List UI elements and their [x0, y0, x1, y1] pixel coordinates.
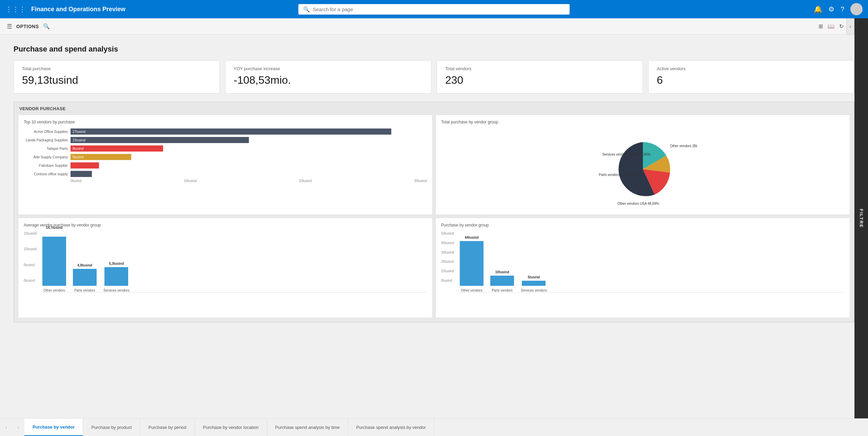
vbar-value: 14,7tusind [46, 226, 62, 230]
pie-chart-title: Total purchase by vendor group [441, 120, 844, 124]
bar-label: Fabrikam Supplier [24, 163, 68, 167]
grid-icon[interactable]: ⋮⋮⋮ [5, 5, 26, 13]
search-input[interactable] [313, 6, 565, 12]
toolbar-book-icon[interactable]: 📖 [828, 23, 834, 29]
bar: 8tusind [71, 145, 163, 152]
tab-purchase-by-vendor-location[interactable]: Purchase by vendor location [195, 419, 267, 436]
toolbar-search-icon[interactable]: 🔍 [43, 23, 50, 29]
bar-container: 27tusind [71, 128, 427, 135]
tab-purchase-by-period[interactable]: Purchase by period [140, 419, 195, 436]
kpi-total-vendors-label: Total vendors [445, 66, 634, 71]
bar-chart-horiz: Acme Office Supplies 27tusind Lande Pack… [24, 128, 427, 177]
filter-panel-arrow[interactable]: ‹ [846, 18, 854, 35]
vbar: 10tusind [490, 276, 514, 286]
vbar-value: 5tusind [528, 275, 540, 279]
tab-nav-prev[interactable]: ‹ [0, 419, 12, 436]
bar: 15tusind [71, 137, 249, 143]
kpi-row: Total purchase 59,13tusind YOY purchase … [14, 60, 854, 94]
bar-label: Acme Office Supplies [24, 130, 68, 134]
charts-grid: Top 10 vendors by purchase Acme Office S… [18, 115, 850, 318]
toolbar-refresh-icon[interactable]: ↻ [839, 23, 844, 29]
kpi-total-vendors: Total vendors 230 [437, 60, 643, 94]
vbar: 4,8tusind [73, 269, 97, 286]
vbar-label: Parts vendors [492, 289, 513, 292]
y-label: 10tusind [441, 269, 454, 273]
axis-label: 30tusind [414, 179, 427, 183]
vbar-value: 5,3tusind [109, 262, 124, 265]
vbar-label: Parts vendors [74, 289, 95, 292]
notification-icon[interactable]: 🔔 [814, 5, 822, 13]
pie-container: Other vendors (Blank) 26% Services vendo… [441, 128, 844, 210]
search-box[interactable]: 🔍 [298, 4, 570, 15]
y-label: 20tusind [441, 260, 454, 263]
settings-icon[interactable]: ⚙ [828, 5, 834, 13]
tab-purchase-by-product[interactable]: Purchase by product [83, 419, 140, 436]
svg-text:Other vendors USA 48,69%: Other vendors USA 48,69% [617, 202, 659, 205]
vbar-group: 4,8tusind Parts vendors [73, 269, 97, 292]
top-nav-bar: ⋮⋮⋮ Finance and Operations Preview 🔍 🔔 ⚙… [0, 0, 868, 18]
top10-chart: Top 10 vendors by purchase Acme Office S… [18, 115, 433, 215]
pie-svg: Other vendors (Blank) 26% Services vendo… [589, 128, 697, 210]
purchase-by-group-chart-area: 50tusind 40tusind 30tusind 20tusind 10tu… [441, 232, 844, 293]
bar-row: Ade Supply Company 5tusind [24, 154, 427, 160]
svg-text:Other vendors (Blank) 26%: Other vendors (Blank) 26% [670, 144, 697, 148]
tab-purchase-spend-analysis-time[interactable]: Purchase spend analysis by time [267, 419, 348, 436]
section-header: VENDOR PURCHASE [18, 106, 850, 111]
kpi-total-purchase-label: Total purchase [22, 66, 211, 71]
tab-purchase-spend-analysis-vendor[interactable]: Purchase spend analysis by vendor [348, 419, 434, 436]
page-title: Purchase and spend analysis [14, 45, 854, 54]
bar-row: Tailspin Parts 8tusind [24, 145, 427, 152]
y-label: 0tusind [24, 279, 37, 282]
vbar-label: Other vendors [461, 289, 482, 292]
bar-label: Tailspin Parts [24, 146, 68, 151]
vbar-group: 10tusind Parts vendors [490, 276, 514, 292]
options-label: OPTIONS [16, 24, 39, 29]
vbar-label: Services vendors [521, 289, 547, 292]
tab-nav-next[interactable]: › [12, 419, 24, 436]
vbar-label: Other vendors [43, 289, 65, 292]
bar [71, 171, 92, 177]
toolbar: ☰ OPTIONS 🔍 ⊞ 📖 ↻ ⧉ ✕ [0, 18, 868, 35]
avg-vendor-chart: Average vendor purchase by vendor group … [18, 218, 433, 318]
purchase-by-group-title: Purchase by vendor group [441, 223, 844, 227]
vbar-label: Services vendors [103, 289, 130, 292]
tab-purchase-by-vendor[interactable]: Purchase by vendor [24, 419, 83, 436]
axis-label: 0tusind [71, 179, 81, 183]
bar-axis: 0tusind 10tusind 20tusind 30tusind [24, 179, 427, 183]
vbar: 14,7tusind [42, 237, 66, 286]
vbar-group: 14,7tusind Other vendors [42, 237, 66, 292]
y-label: 30tusind [441, 251, 454, 254]
vbar: 5tusind [522, 281, 546, 286]
pie-chart: Total purchase by vendor group [435, 115, 850, 215]
kpi-active-vendors: Active vendors 6 [648, 60, 854, 94]
bars-container: 14,7tusind Other vendors 4,8tusind Parts… [42, 242, 427, 293]
app-title: Finance and Operations Preview [31, 6, 125, 13]
help-icon[interactable]: ? [841, 5, 844, 13]
vbar-value: 10tusind [495, 270, 509, 274]
bar-label: Lande Packaging Supplies [24, 138, 68, 142]
bar-container: 5tusind [71, 154, 427, 160]
svg-text:Services vendors (Blank) 8,94%: Services vendors (Blank) 8,94% [602, 153, 650, 156]
nav-icons: 🔔 ⚙ ? [814, 3, 863, 15]
axis-label: 20tusind [299, 179, 312, 183]
filter-panel[interactable]: FILTRE [854, 18, 868, 418]
kpi-yoy-label: YOY purchase increase [234, 66, 423, 71]
hamburger-icon[interactable]: ☰ [7, 23, 12, 30]
y-label: 10tusind [24, 247, 37, 251]
toolbar-grid-icon[interactable]: ⊞ [818, 23, 823, 29]
vbar-group: 5,3tusind Services vendors [103, 267, 130, 292]
avg-vendor-chart-area: 15tusind 10tusind 5tusind 0tusind 14,7tu… [24, 232, 427, 293]
search-icon: 🔍 [303, 6, 310, 13]
bottom-tabs: ‹ › Purchase by vendor Purchase by produ… [0, 418, 868, 436]
kpi-active-vendors-value: 6 [657, 74, 846, 86]
avatar[interactable] [850, 3, 863, 15]
y-axis: 15tusind 10tusind 5tusind 0tusind [24, 232, 38, 282]
svg-text:Parts vendors USA 16,36%: Parts vendors USA 16,36% [599, 173, 640, 177]
bars-container: 44tusind Other vendors 10tusind Parts ve… [460, 242, 844, 293]
bar-row: Acme Office Supplies 27tusind [24, 128, 427, 135]
bar: 27tusind [71, 128, 391, 135]
bar-label: Contoso office supply [24, 172, 68, 176]
bar-container: 15tusind [71, 137, 427, 143]
vbar-value: 4,8tusind [77, 263, 92, 267]
vbar-value: 44tusind [465, 236, 478, 239]
